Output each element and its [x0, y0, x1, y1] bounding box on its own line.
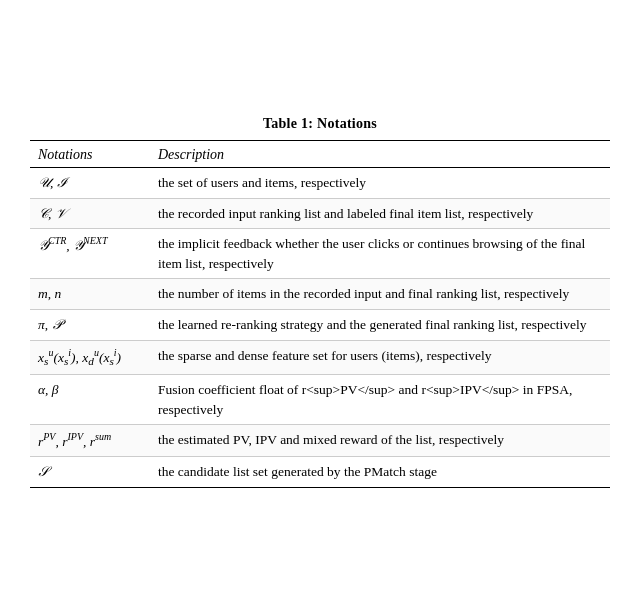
notation-cell: α, β: [30, 375, 150, 425]
table-body: 𝒰, ℐthe set of users and items, respecti…: [30, 168, 610, 488]
description-cell: the recorded input ranking list and labe…: [150, 198, 610, 229]
table-row: 𝒞, 𝒱the recorded input ranking list and …: [30, 198, 610, 229]
header-description: Description: [150, 141, 610, 168]
description-cell: the implicit feedback whether the user c…: [150, 229, 610, 279]
header-notations: Notations: [30, 141, 150, 168]
notation-cell: xsu(xsi), xdu(xsi): [30, 340, 150, 375]
description-cell: the number of items in the recorded inpu…: [150, 279, 610, 310]
table-row: 𝒮the candidate list set generated by the…: [30, 457, 610, 488]
table-row: xsu(xsi), xdu(xsi)the sparse and dense f…: [30, 340, 610, 375]
notation-cell: 𝒴CTR, 𝒴NEXT: [30, 229, 150, 279]
notations-table: Notations Description 𝒰, ℐthe set of use…: [30, 140, 610, 488]
table-row: α, βFusion coefficient float of r<sup>PV…: [30, 375, 610, 425]
notation-cell: m, n: [30, 279, 150, 310]
description-cell: the learned re-ranking strategy and the …: [150, 310, 610, 341]
table-row: rPV, rIPV, rsumthe estimated PV, IPV and…: [30, 425, 610, 457]
notation-cell: 𝒰, ℐ: [30, 168, 150, 199]
table-header-row: Notations Description: [30, 141, 610, 168]
description-cell: the candidate list set generated by the …: [150, 457, 610, 488]
table-title: Table 1: Notations: [30, 116, 610, 132]
description-cell: the set of users and items, respectively: [150, 168, 610, 199]
description-cell: the sparse and dense feature set for use…: [150, 340, 610, 375]
notation-cell: 𝒞, 𝒱: [30, 198, 150, 229]
notation-cell: rPV, rIPV, rsum: [30, 425, 150, 457]
table-row: 𝒴CTR, 𝒴NEXTthe implicit feedback whether…: [30, 229, 610, 279]
table-row: m, nthe number of items in the recorded …: [30, 279, 610, 310]
table-row: 𝒰, ℐthe set of users and items, respecti…: [30, 168, 610, 199]
notation-cell: π, 𝒫: [30, 310, 150, 341]
description-cell: the estimated PV, IPV and mixed reward o…: [150, 425, 610, 457]
table-row: π, 𝒫the learned re-ranking strategy and …: [30, 310, 610, 341]
notation-cell: 𝒮: [30, 457, 150, 488]
description-cell: Fusion coefficient float of r<sup>PV</su…: [150, 375, 610, 425]
table-container: Table 1: Notations Notations Description…: [30, 116, 610, 488]
